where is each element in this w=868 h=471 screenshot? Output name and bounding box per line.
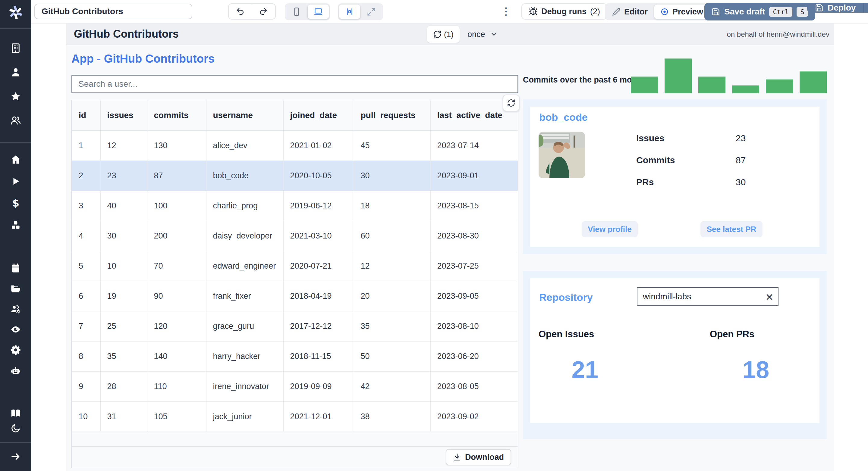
table-row[interactable]: 725120grace_guru2017-12-12352023-08-10 <box>72 311 518 341</box>
audit-eye-icon[interactable] <box>0 322 31 337</box>
undo-button[interactable] <box>229 4 252 19</box>
table-cell: harry_hacker <box>206 341 283 371</box>
app-refresh-button[interactable]: (1) <box>427 26 460 43</box>
windmill-logo-icon[interactable] <box>8 4 24 20</box>
repository-input[interactable] <box>638 292 761 301</box>
table-column-header[interactable]: username <box>206 100 283 130</box>
commit-bar <box>732 85 759 93</box>
see-latest-pr-button[interactable]: See latest PR <box>701 221 763 237</box>
table-cell: 2023-09-02 <box>430 401 518 432</box>
table-cell: 42 <box>354 371 430 401</box>
runs-play-icon[interactable] <box>0 174 31 189</box>
deploy-split-button: Deploy <box>807 3 868 13</box>
fullscreen-button[interactable] <box>361 4 382 19</box>
table-column-header[interactable]: issues <box>100 100 147 130</box>
table-column-header[interactable]: pull_requests <box>354 100 430 130</box>
contributors-table: idissuescommitsusernamejoined_datepull_r… <box>71 100 518 468</box>
table-cell: 2018-11-15 <box>283 341 354 371</box>
stat-value: 30 <box>736 177 746 188</box>
table-cell: 2020-10-05 <box>283 161 354 191</box>
table-row[interactable]: 1031105jack_junior2021-12-01382023-09-02 <box>72 401 518 432</box>
table-row[interactable]: 430200daisy_developer2021-03-10602023-08… <box>72 221 518 251</box>
save-draft-button[interactable]: Save draft CtrlS <box>704 3 815 21</box>
sidebar-divider <box>0 28 31 29</box>
contributor-username: bob_code <box>539 111 588 123</box>
center-content-button[interactable] <box>339 4 360 19</box>
groups-settings-icon[interactable] <box>0 302 31 316</box>
editor-tab[interactable]: Editor <box>606 4 654 19</box>
table-row[interactable]: 835140harry_hacker2018-11-15502023-06-20 <box>72 341 518 371</box>
table-cell: edward_engineer <box>206 251 283 281</box>
table-refresh-button[interactable] <box>503 95 520 111</box>
app-title-input[interactable] <box>34 4 192 19</box>
table-cell: 5 <box>72 251 100 281</box>
table-cell: 2023-08-05 <box>430 371 518 401</box>
table-cell: 2023-09-05 <box>430 281 518 311</box>
table-cell: 70 <box>147 251 206 281</box>
table-cell: 6 <box>72 281 100 311</box>
users-group-icon[interactable] <box>0 113 31 128</box>
download-button[interactable]: Download <box>446 449 511 465</box>
desktop-view-button[interactable] <box>308 4 329 19</box>
folders-icon[interactable] <box>0 281 31 296</box>
table-row[interactable]: 928110irene_innovator2019-09-09422023-08… <box>72 371 518 401</box>
debug-runs-button[interactable]: Debug runs (2) <box>521 3 607 20</box>
table-cell: 2023-09-01 <box>430 161 518 191</box>
refresh-icon <box>433 30 441 38</box>
commit-bar <box>766 79 793 93</box>
table-column-header[interactable]: id <box>72 100 100 130</box>
table-row[interactable]: 22387bob_code2020-10-05302023-09-01 <box>72 161 518 191</box>
bug-icon <box>529 7 538 16</box>
preview-tab[interactable]: Preview <box>654 4 709 19</box>
table-cell: grace_guru <box>206 311 283 341</box>
open-prs-label: Open PRs <box>710 329 754 340</box>
mobile-view-button[interactable] <box>286 4 307 19</box>
preview-tab-label: Preview <box>673 7 703 16</box>
star-icon[interactable] <box>0 89 31 104</box>
save-icon <box>815 4 824 12</box>
more-options-kebab-icon[interactable]: ⋮ <box>501 4 511 19</box>
ai-robot-icon[interactable] <box>0 364 31 378</box>
docs-book-icon[interactable] <box>0 406 31 420</box>
deploy-button[interactable]: Deploy <box>807 3 864 13</box>
user-icon[interactable] <box>0 65 31 79</box>
repository-title: Repository <box>539 292 593 303</box>
settings-gear-icon[interactable] <box>0 343 31 357</box>
table-cell: 90 <box>147 281 206 311</box>
variables-dollar-icon[interactable]: $ <box>0 196 31 210</box>
table-row[interactable]: 340100charlie_prog2019-06-12182023-08-15 <box>72 191 518 221</box>
schedules-calendar-icon[interactable] <box>0 261 31 275</box>
home-icon[interactable] <box>0 153 31 167</box>
table-cell: 2021-12-01 <box>283 401 354 432</box>
schedule-mode-dropdown[interactable]: once <box>467 26 498 43</box>
table-cell: 12 <box>354 251 430 281</box>
table-cell: 38 <box>354 401 430 432</box>
download-label: Download <box>465 452 504 462</box>
table-cell: irene_innovator <box>206 371 283 401</box>
deploy-options-chevron-icon[interactable] <box>864 3 868 13</box>
resources-cubes-icon[interactable] <box>0 218 31 233</box>
table-row[interactable]: 112130alice_dev2021-01-02452023-07-14 <box>72 130 518 161</box>
on-behalf-text: on behalf of henri@windmill.dev <box>727 30 830 38</box>
expand-sidebar-arrow-icon[interactable] <box>0 449 31 464</box>
dark-mode-moon-icon[interactable] <box>0 421 31 435</box>
table-row[interactable]: 51070edward_engineer2020-07-21122023-07-… <box>72 251 518 281</box>
table-column-header[interactable]: joined_date <box>283 100 354 130</box>
editor-tab-label: Editor <box>624 7 648 16</box>
table-cell: 2 <box>72 161 100 191</box>
commit-bar <box>631 76 658 93</box>
search-input[interactable] <box>71 75 518 93</box>
table-footer: Download <box>72 447 518 468</box>
redo-button[interactable] <box>252 4 275 19</box>
view-profile-button[interactable]: View profile <box>582 221 638 237</box>
open-issues-label: Open Issues <box>538 329 594 340</box>
table-cell: 120 <box>147 311 206 341</box>
table-cell: 60 <box>354 221 430 251</box>
clear-input-x-icon[interactable]: × <box>761 288 778 305</box>
workspace-building-icon[interactable] <box>0 41 31 56</box>
table-row[interactable]: 61990frank_fixer2018-04-19202023-09-05 <box>72 281 518 311</box>
table-column-header[interactable]: commits <box>147 100 206 130</box>
table-cell: 2018-04-19 <box>283 281 354 311</box>
table-cell: 25 <box>100 311 147 341</box>
preview-target-icon <box>660 7 669 16</box>
